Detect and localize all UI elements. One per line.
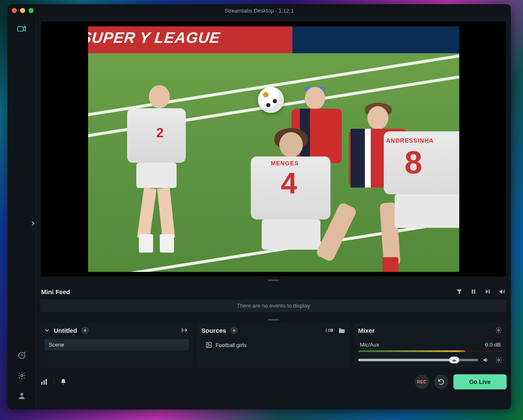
window-title: Streamlabs Desktop - 1.12.1 — [225, 8, 294, 14]
scene-transition-icon[interactable] — [181, 326, 189, 334]
volume-slider[interactable]: ◂▸ — [358, 359, 478, 361]
player-white-left: 2 — [120, 100, 191, 259]
expand-sidebar-button[interactable] — [29, 218, 36, 229]
close-window-button[interactable] — [12, 8, 17, 13]
preview-area[interactable]: SUPER Y LEAGUE 2 — [40, 21, 507, 277]
mixer-settings-icon[interactable] — [495, 326, 502, 334]
footer-bar: REC Go Live — [40, 372, 507, 391]
record-button[interactable]: REC — [415, 375, 429, 389]
svg-rect-0 — [18, 27, 23, 31]
svg-rect-6 — [474, 290, 475, 294]
scene-collection-name[interactable]: Untitled — [54, 327, 77, 334]
player-white-right: ANDRESSINHA 8 — [375, 119, 459, 270]
main-column: SUPER Y LEAGUE 2 — [36, 17, 511, 410]
settings-icon[interactable] — [17, 371, 26, 380]
mini-feed-title: Mini Feed — [41, 288, 70, 295]
pause-icon[interactable] — [470, 288, 477, 295]
sources-panel: Sources + — [197, 323, 350, 368]
volume-icon[interactable] — [498, 288, 506, 295]
svg-point-10 — [208, 344, 209, 345]
horizontal-resize-handle[interactable] — [268, 279, 279, 281]
svg-rect-14 — [44, 380, 45, 385]
svg-rect-13 — [41, 382, 42, 385]
mixer-panel: Mixer Mic/Aux 0.0 dB — [354, 323, 507, 368]
svg-rect-15 — [46, 379, 47, 385]
account-icon[interactable] — [17, 391, 26, 400]
skip-icon[interactable] — [484, 288, 492, 295]
panels-row: Untitled + Scene — [40, 323, 507, 368]
svg-rect-7 — [489, 290, 489, 293]
source-item-label: Football girls — [216, 342, 247, 348]
sources-title: Sources — [201, 327, 226, 334]
left-sidebar — [8, 17, 36, 410]
image-source-icon — [206, 342, 212, 348]
svg-rect-9 — [206, 342, 211, 347]
svg-rect-5 — [472, 290, 473, 294]
go-live-button[interactable]: Go Live — [453, 374, 507, 389]
source-item[interactable]: Football girls — [201, 339, 346, 351]
svg-point-3 — [21, 375, 23, 377]
editor-tab-icon[interactable] — [17, 24, 26, 34]
svg-rect-8 — [328, 329, 331, 331]
filter-icon[interactable] — [455, 288, 463, 295]
mini-feed-panel: Mini Feed — [40, 284, 507, 316]
add-scene-button[interactable]: + — [81, 326, 89, 334]
dashboard-icon[interactable] — [17, 351, 26, 360]
soccer-ball — [258, 87, 284, 113]
channel-settings-icon[interactable] — [495, 356, 502, 364]
scene-item-label: Scene — [49, 342, 64, 348]
horizontal-resize-handle-2[interactable] — [268, 319, 279, 321]
minimize-window-button[interactable] — [20, 8, 25, 13]
svg-point-1 — [24, 26, 26, 27]
preview-canvas: SUPER Y LEAGUE 2 — [88, 26, 459, 272]
mini-feed-empty-message: There are no events to display — [40, 300, 507, 312]
window-controls — [12, 8, 34, 13]
mute-icon[interactable] — [482, 356, 490, 364]
stats-icon[interactable] — [40, 378, 48, 386]
undo-button[interactable] — [434, 375, 448, 389]
vu-meter — [358, 350, 502, 352]
svg-point-4 — [20, 393, 23, 396]
chevron-down-icon[interactable] — [44, 328, 49, 333]
slider-thumb[interactable]: ◂▸ — [449, 357, 459, 363]
svg-point-12 — [498, 359, 500, 361]
source-broadcast-icon[interactable] — [325, 326, 333, 334]
mixer-channel-name: Mic/Aux — [360, 342, 379, 348]
folder-icon[interactable] — [338, 326, 346, 334]
scene-item[interactable]: Scene — [44, 339, 189, 350]
add-source-button[interactable]: + — [230, 326, 238, 334]
banner-text: SUPER Y LEAGUE — [88, 29, 221, 47]
mixer-title: Mixer — [358, 327, 375, 334]
scenes-panel: Untitled + Scene — [40, 323, 193, 368]
divider — [54, 378, 54, 386]
app-window: Streamlabs Desktop - 1.12.1 — [8, 4, 511, 410]
svg-point-11 — [498, 329, 500, 331]
notifications-icon[interactable] — [60, 378, 67, 386]
mixer-channel-level: 0.0 dB — [485, 342, 501, 348]
zoom-window-button[interactable] — [29, 8, 34, 13]
title-bar: Streamlabs Desktop - 1.12.1 — [8, 4, 511, 17]
